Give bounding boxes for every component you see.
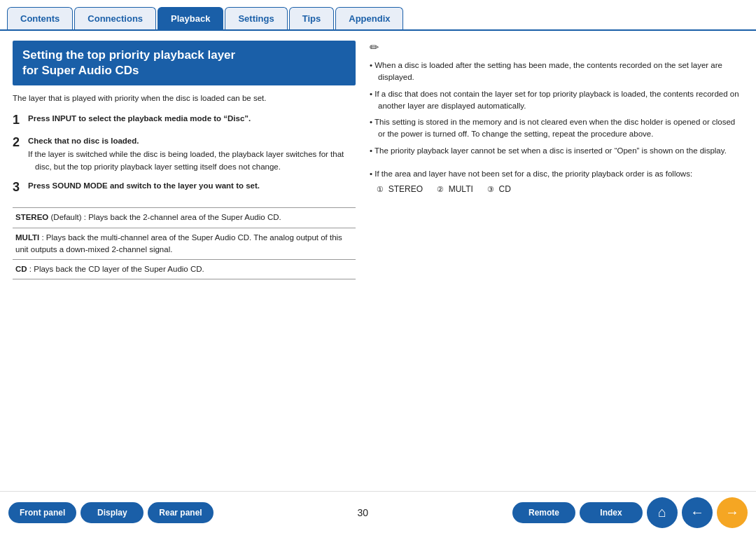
options-table: STEREO (Default) : Plays back the 2-chan… bbox=[13, 207, 356, 279]
priority-multi-num: ② bbox=[437, 185, 444, 194]
step-2-bullet: If the layer is switched while the disc … bbox=[28, 148, 356, 173]
step-2-content: Check that no disc is loaded. If the lay… bbox=[28, 135, 356, 173]
option-cd: CD : Plays back the CD layer of the Supe… bbox=[13, 260, 356, 279]
remote-button[interactable]: Remote bbox=[512, 502, 575, 523]
page-number: 30 bbox=[218, 507, 508, 518]
note-2: If a disc that does not contain the laye… bbox=[370, 88, 743, 113]
back-arrow-icon: ← bbox=[690, 504, 704, 520]
home-icon: ⌂ bbox=[658, 504, 666, 520]
intro-text: The layer that is played with priority w… bbox=[13, 92, 356, 104]
priority-cd-num: ③ bbox=[487, 185, 494, 194]
step-1: 1 Press INPUT to select the playback med… bbox=[13, 113, 356, 128]
step-2: 2 Check that no disc is loaded. If the l… bbox=[13, 135, 356, 173]
forward-arrow-icon: → bbox=[725, 504, 739, 520]
priority-stereo-num: ① bbox=[377, 185, 384, 194]
top-nav: Contents Connections Playback Settings T… bbox=[0, 0, 756, 31]
main-content: Setting the top priority playback layer … bbox=[0, 31, 756, 491]
page-title: Setting the top priority playback layer … bbox=[13, 41, 356, 85]
left-column: Setting the top priority playback layer … bbox=[13, 41, 356, 484]
right-column: ✏ When a disc is loaded after the settin… bbox=[370, 41, 743, 484]
tab-connections[interactable]: Connections bbox=[74, 7, 156, 29]
step-3-content: Press SOUND MODE and switch to the layer… bbox=[28, 180, 260, 192]
bottom-bar: Front panel Display Rear panel 30 Remote… bbox=[0, 491, 756, 533]
index-button[interactable]: Index bbox=[580, 502, 643, 523]
tab-playback[interactable]: Playback bbox=[158, 7, 223, 29]
priority-stereo: ① STEREO bbox=[377, 184, 423, 194]
step-1-content: Press INPUT to select the playback media… bbox=[28, 113, 251, 125]
note-3: This setting is stored in the memory and… bbox=[370, 116, 743, 141]
front-panel-button[interactable]: Front panel bbox=[8, 502, 76, 523]
priority-order-text: If the area and layer have not been set … bbox=[370, 168, 743, 180]
note-1: When a disc is loaded after the setting … bbox=[370, 60, 743, 84]
home-button[interactable]: ⌂ bbox=[647, 497, 678, 528]
display-button[interactable]: Display bbox=[80, 502, 144, 523]
tab-contents[interactable]: Contents bbox=[7, 7, 73, 29]
option-multi: MULTI : Plays back the multi-channel are… bbox=[13, 228, 356, 261]
tab-tips[interactable]: Tips bbox=[289, 7, 335, 29]
back-button[interactable]: ← bbox=[682, 497, 713, 528]
step-2-number: 2 bbox=[13, 135, 28, 151]
step-3: 3 Press SOUND MODE and switch to the lay… bbox=[13, 180, 356, 195]
option-stereo: STEREO (Default) : Plays back the 2-chan… bbox=[13, 208, 356, 228]
pencil-icon: ✏ bbox=[370, 41, 743, 54]
tab-settings[interactable]: Settings bbox=[225, 7, 287, 29]
note-4: The priority playback layer cannot be se… bbox=[370, 145, 743, 157]
step-3-number: 3 bbox=[13, 180, 28, 195]
priority-multi: ② MULTI bbox=[437, 184, 473, 194]
rear-panel-button[interactable]: Rear panel bbox=[148, 502, 213, 523]
priority-list: ① STEREO ② MULTI ③ CD bbox=[377, 184, 743, 194]
forward-button[interactable]: → bbox=[717, 497, 748, 528]
priority-cd: ③ CD bbox=[487, 184, 511, 194]
tab-appendix[interactable]: Appendix bbox=[335, 7, 403, 29]
step-1-number: 1 bbox=[13, 113, 28, 128]
